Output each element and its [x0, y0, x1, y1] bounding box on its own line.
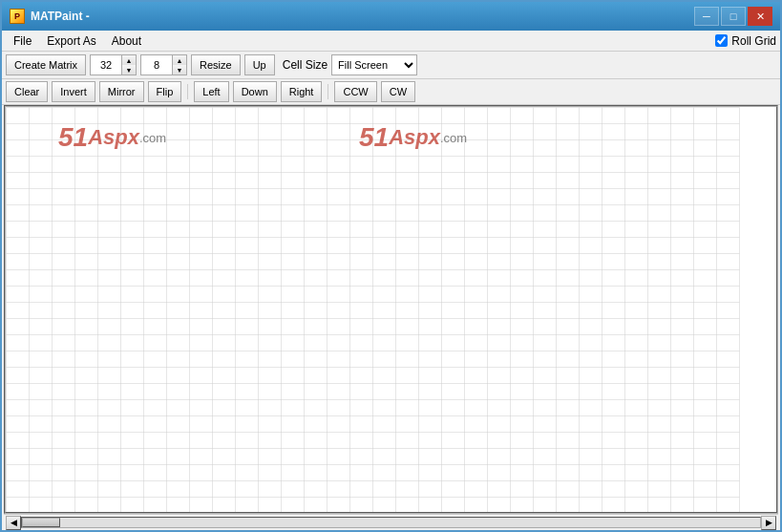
cols-input[interactable]: [91, 55, 121, 74]
close-button[interactable]: ✕: [748, 7, 772, 26]
horizontal-scrollbar: ◀ ▶: [4, 514, 778, 530]
menubar: File Export As About Roll Grid: [2, 31, 780, 52]
svg-rect-0: [6, 107, 741, 514]
rows-up-arrow[interactable]: ▲: [173, 55, 186, 65]
flip-button[interactable]: Flip: [148, 81, 182, 102]
minimize-button[interactable]: ─: [694, 7, 719, 26]
menu-about[interactable]: About: [104, 32, 149, 50]
menu-file[interactable]: File: [6, 32, 39, 50]
app-window: P MATPaint - ─ □ ✕ File Export As About …: [0, 0, 782, 532]
titlebar-left: P MATPaint -: [10, 9, 90, 24]
scroll-left-btn[interactable]: ◀: [6, 516, 21, 530]
down-button[interactable]: Down: [233, 81, 277, 102]
up-button[interactable]: Up: [244, 54, 275, 75]
rows-down-arrow[interactable]: ▼: [173, 65, 186, 74]
left-button[interactable]: Left: [194, 81, 228, 102]
cols-up-arrow[interactable]: ▲: [122, 55, 136, 65]
roll-grid-label: Roll Grid: [731, 34, 776, 48]
cols-spinner: ▲ ▼: [90, 54, 137, 75]
ccw-button[interactable]: CCW: [334, 81, 376, 102]
roll-grid-checkbox[interactable]: [715, 34, 728, 47]
cell-size-label: Cell Size: [283, 58, 328, 72]
canvas-wrapper: 51 Aspx .com 51 Aspx .com ◀ ▶: [4, 105, 778, 530]
separator1: [187, 84, 188, 99]
menu-export-as[interactable]: Export As: [39, 32, 103, 50]
window-title: MATPaint -: [31, 10, 90, 23]
toolbar-row2: Clear Invert Mirror Flip Left Down Right…: [2, 79, 780, 105]
right-button[interactable]: Right: [281, 81, 323, 102]
app-icon: P: [10, 9, 25, 24]
scroll-right-btn[interactable]: ▶: [761, 516, 776, 530]
titlebar-controls: ─ □ ✕: [694, 7, 772, 26]
separator2: [328, 84, 328, 99]
content-area: File Export As About Roll Grid Create Ma…: [2, 31, 780, 530]
grid-svg: [6, 107, 741, 514]
maximize-button[interactable]: □: [721, 7, 746, 26]
rows-arrows: ▲ ▼: [172, 55, 186, 74]
cw-button[interactable]: CW: [381, 81, 415, 102]
mirror-button[interactable]: Mirror: [99, 81, 144, 102]
canvas-area[interactable]: 51 Aspx .com 51 Aspx .com: [4, 105, 778, 514]
toolbar-row1: Create Matrix ▲ ▼ ▲ ▼ Resize Up Cell Siz…: [2, 52, 780, 79]
rows-input[interactable]: [141, 55, 172, 74]
roll-grid-checkbox-label[interactable]: Roll Grid: [715, 34, 776, 48]
rows-spinner: ▲ ▼: [140, 54, 187, 75]
cols-down-arrow[interactable]: ▼: [122, 65, 136, 74]
cols-arrows: ▲ ▼: [121, 55, 136, 74]
scroll-thumb[interactable]: [22, 518, 60, 527]
create-matrix-button[interactable]: Create Matrix: [6, 54, 86, 75]
clear-button[interactable]: Clear: [6, 81, 48, 102]
titlebar: P MATPaint - ─ □ ✕: [2, 2, 780, 31]
resize-button[interactable]: Resize: [191, 54, 241, 75]
invert-button[interactable]: Invert: [52, 81, 95, 102]
cell-size-dropdown[interactable]: Fill Screen Custom 1x 2x: [331, 54, 417, 75]
scroll-track[interactable]: [21, 517, 761, 528]
